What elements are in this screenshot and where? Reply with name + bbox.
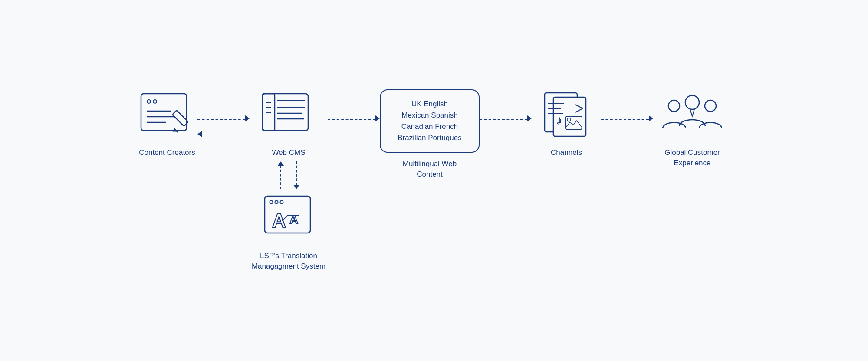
lsp-tms-label: LSP's Translation Managagment System (250, 251, 328, 272)
global-customer-label: Global Customer Experience (653, 148, 731, 168)
dashed-line-right4 (601, 119, 649, 120)
arrowhead-right4 (649, 115, 653, 123)
web-cms-node: Web CMS (258, 89, 319, 158)
arrowhead-left (197, 131, 202, 139)
svg-point-35 (685, 95, 699, 109)
multilingual-box: UK English Mexican Spanish Canadian Fren… (380, 89, 480, 153)
arrow-right-row (197, 115, 250, 123)
arrowhead-right (245, 115, 250, 123)
cc-to-cms-connector (197, 115, 250, 139)
channels-label: Channels (551, 148, 582, 158)
lsp-tms-icon: A A (258, 193, 319, 245)
svg-point-37 (705, 100, 716, 112)
dashed-line-right (197, 119, 245, 120)
arrow-right-row2 (328, 115, 380, 123)
svg-point-1 (147, 100, 151, 103)
dashed-line-right2 (328, 119, 375, 120)
web-cms-label: Web CMS (272, 148, 305, 158)
content-creators-label: Content Creators (139, 148, 195, 158)
multilingual-node: UK English Mexican Spanish Canadian Fren… (380, 89, 480, 180)
arrow-right-row3 (480, 115, 532, 123)
lsp-tms-node: A A LSP's Translation Managagment System (250, 193, 328, 272)
svg-point-20 (275, 201, 278, 204)
v-dashed-up (280, 165, 281, 189)
vertical-arrows (278, 161, 299, 189)
arrowhead-down (293, 185, 299, 189)
down-arrow-col (293, 161, 299, 189)
content-creators-node: Content Creators (137, 89, 197, 158)
arrowhead-up (278, 161, 284, 165)
global-customer-icon (658, 89, 727, 141)
dashed-line-left (202, 135, 250, 135)
svg-point-2 (153, 100, 157, 103)
multi-to-channels-connector (480, 115, 532, 123)
arrowhead-right3 (527, 115, 532, 123)
lang-2: Mexican Spanish (401, 111, 457, 120)
svg-text:A: A (272, 210, 286, 231)
svg-rect-0 (141, 94, 187, 131)
svg-rect-9 (263, 94, 308, 131)
svg-rect-18 (265, 196, 310, 233)
svg-point-21 (280, 201, 283, 204)
v-dashed-down (296, 161, 297, 185)
channels-to-global-connector (601, 115, 653, 123)
content-creators-icon (137, 89, 197, 141)
global-customer-node: Global Customer Experience (653, 89, 731, 168)
svg-point-19 (270, 201, 273, 204)
channels-icon: ♪ (532, 89, 601, 141)
cms-tms-column: Web CMS (250, 89, 328, 271)
arrowhead-right2 (375, 115, 380, 123)
svg-point-36 (668, 100, 680, 112)
lang-1: UK English (411, 100, 448, 108)
diagram: Content Creators (0, 63, 868, 297)
multilingual-label: Multilingual Web Content (391, 159, 469, 180)
cms-to-multi-connector (328, 115, 380, 123)
up-arrow-col (278, 161, 284, 189)
svg-text:♪: ♪ (556, 114, 562, 127)
dashed-line-right3 (480, 119, 527, 120)
arrow-right-row4 (601, 115, 653, 123)
web-cms-icon (258, 89, 319, 141)
lang-4: Brazilian Portugues (398, 134, 461, 142)
svg-rect-10 (263, 94, 275, 131)
svg-rect-6 (172, 110, 188, 126)
channels-node: ♪ Channels (532, 89, 601, 158)
arrow-left-row (197, 131, 250, 139)
lang-3: Canadian French (401, 122, 458, 131)
